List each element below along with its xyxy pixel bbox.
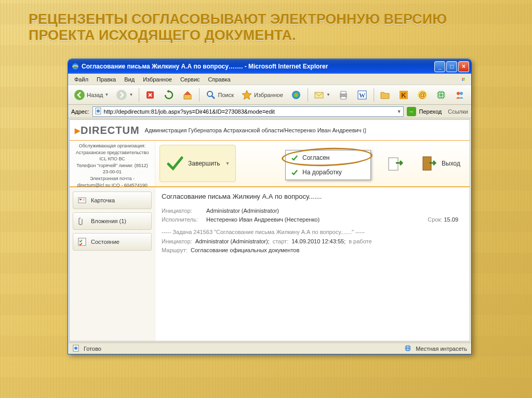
forward-icon bbox=[116, 89, 127, 101]
k-button[interactable]: K bbox=[395, 87, 412, 103]
check-icon bbox=[165, 154, 185, 173]
mail-button[interactable]: ▼ bbox=[311, 87, 333, 103]
lower-content: Карточка Вложения (1) Состояние Согласов… bbox=[70, 187, 470, 341]
export-button[interactable] bbox=[380, 145, 410, 182]
search-button[interactable]: Поиск bbox=[203, 87, 236, 103]
page-icon bbox=[95, 107, 102, 116]
svg-line-9 bbox=[212, 96, 215, 99]
menu-favorites[interactable]: Избранное bbox=[140, 75, 175, 84]
stop-icon bbox=[144, 89, 156, 101]
tab-attachments[interactable]: Вложения (1) bbox=[73, 212, 152, 230]
svg-point-8 bbox=[207, 91, 212, 97]
start-label: старт: bbox=[273, 238, 289, 244]
back-label: Назад bbox=[87, 92, 103, 98]
dropdown-arrow-icon[interactable]: ▼ bbox=[397, 109, 402, 114]
route-label: Маршрут: bbox=[162, 247, 188, 253]
performer-value: Нестеренко Иван Андреевич (Нестеренко) bbox=[206, 216, 320, 223]
titlebar: Согласование письма Жилкину А.А по вопро… bbox=[68, 59, 471, 74]
zone-icon bbox=[404, 345, 411, 353]
status-text: Готово bbox=[84, 346, 101, 352]
back-button[interactable]: Назад ▼ bbox=[71, 87, 111, 103]
export-icon bbox=[385, 154, 405, 173]
svg-rect-1 bbox=[462, 78, 463, 79]
stop-button[interactable] bbox=[142, 87, 158, 103]
go-button[interactable]: → bbox=[407, 107, 416, 116]
tab-status[interactable]: Состояние bbox=[73, 233, 152, 251]
directum-subtitle: Администрация Губернатора Астраханской о… bbox=[145, 127, 366, 133]
initiator2-value: Administrator (Administrator); bbox=[195, 238, 270, 244]
people-button[interactable] bbox=[451, 87, 468, 103]
actions-bar: Завершить ▼ Согласен На доработку bbox=[155, 141, 470, 186]
menu-edit[interactable]: Правка bbox=[94, 75, 119, 84]
svg-text:K: K bbox=[401, 91, 406, 99]
initiator-value: Administrator (Administrator) bbox=[206, 208, 279, 214]
exit-label: Выход bbox=[442, 160, 460, 167]
home-button[interactable] bbox=[179, 87, 196, 103]
minimize-button[interactable]: _ bbox=[434, 61, 445, 72]
forward-button[interactable]: ▼ bbox=[113, 87, 136, 103]
maximize-button[interactable]: □ bbox=[446, 61, 457, 72]
svg-rect-3 bbox=[462, 79, 463, 80]
srok-value: 15.09 bbox=[444, 216, 458, 223]
initiator-label: Инициатор: bbox=[162, 208, 203, 214]
main-panel: Согласование письма Жилкину А.А по вопро… bbox=[155, 187, 470, 341]
tab-attachments-label: Вложения (1) bbox=[91, 218, 126, 224]
svg-point-29 bbox=[97, 109, 100, 113]
page-content: ▸DIRECTUM Администрация Губернатора Астр… bbox=[69, 119, 470, 341]
agree-label: Согласен bbox=[302, 154, 329, 161]
exit-button[interactable]: Выход bbox=[414, 145, 466, 182]
status-bar: Готово Местная интрасеть bbox=[68, 342, 471, 354]
close-button[interactable]: × bbox=[458, 61, 469, 72]
star-icon bbox=[241, 89, 252, 101]
back-icon bbox=[74, 89, 85, 101]
complete-button[interactable]: Завершить ▼ bbox=[159, 145, 236, 182]
svg-point-12 bbox=[295, 94, 297, 96]
address-label: Адрес: bbox=[71, 108, 89, 115]
card-icon bbox=[77, 196, 87, 205]
clip-icon bbox=[77, 216, 87, 226]
menu-view[interactable]: Вид bbox=[121, 75, 138, 84]
mid-band: Обслуживающая организация: Астраханское … bbox=[70, 141, 470, 187]
word-button[interactable]: W bbox=[354, 87, 370, 103]
favorites-label: Избранное bbox=[254, 92, 283, 98]
svg-text:@: @ bbox=[419, 91, 426, 99]
directum-logo: ▸DIRECTUM bbox=[75, 124, 140, 136]
dropdown-rework[interactable]: На доработку bbox=[286, 165, 370, 180]
address-input-wrapper[interactable]: ▼ bbox=[92, 106, 404, 117]
svg-point-23 bbox=[437, 91, 445, 99]
at-button[interactable]: @ bbox=[414, 87, 431, 103]
exit-icon bbox=[419, 154, 438, 173]
go-label: Переход bbox=[419, 108, 442, 115]
status-suffix: в работе bbox=[349, 238, 371, 244]
dropdown-agree[interactable]: Согласен bbox=[286, 150, 370, 165]
svg-rect-40 bbox=[79, 199, 82, 200]
svg-text:W: W bbox=[359, 92, 365, 99]
svg-point-26 bbox=[457, 92, 460, 95]
address-input[interactable] bbox=[104, 108, 395, 115]
folder-button[interactable] bbox=[377, 87, 393, 103]
globe-button[interactable] bbox=[433, 87, 449, 103]
at-icon: @ bbox=[417, 89, 428, 101]
menubar: Файл Правка Вид Избранное Сервис Справка bbox=[68, 74, 471, 85]
mail-icon bbox=[313, 89, 325, 101]
address-bar: Адрес: ▼ → Переход Ссылки bbox=[68, 105, 471, 118]
menu-file[interactable]: Файл bbox=[71, 75, 91, 84]
menu-tools[interactable]: Сервис bbox=[177, 75, 203, 84]
print-button[interactable] bbox=[335, 87, 352, 103]
links-label[interactable]: Ссылки bbox=[448, 108, 468, 115]
search-icon bbox=[205, 89, 217, 101]
search-label: Поиск bbox=[218, 92, 234, 98]
toolbar: Назад ▼ ▼ Поиск Избранное ▼ W K @ bbox=[68, 85, 471, 105]
tab-card[interactable]: Карточка bbox=[73, 191, 152, 209]
svg-rect-4 bbox=[463, 79, 464, 80]
menu-help[interactable]: Справка bbox=[205, 75, 234, 84]
ie-icon bbox=[71, 62, 79, 71]
svg-point-45 bbox=[74, 347, 77, 350]
refresh-button[interactable] bbox=[161, 87, 177, 103]
media-button[interactable] bbox=[288, 87, 304, 103]
refresh-icon bbox=[163, 89, 175, 101]
svg-point-27 bbox=[460, 92, 463, 95]
svg-rect-15 bbox=[341, 91, 346, 94]
svg-rect-16 bbox=[341, 97, 346, 99]
favorites-button[interactable]: Избранное bbox=[238, 87, 286, 103]
